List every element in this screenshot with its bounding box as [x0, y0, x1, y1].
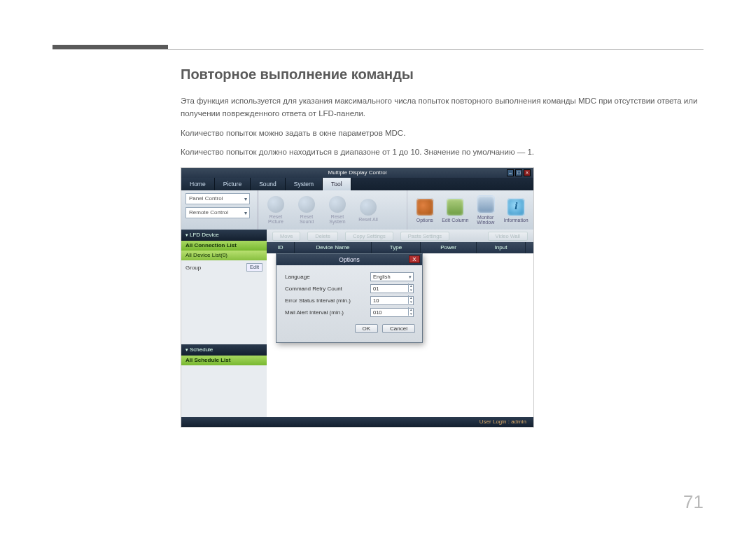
retry-count-spinner[interactable]: 01: [370, 284, 414, 293]
reset-icon: [329, 196, 346, 213]
paragraph: Количество попыток должно находиться в д…: [181, 146, 699, 159]
reset-picture-button[interactable]: Reset Picture: [262, 194, 289, 226]
tab-home[interactable]: Home: [181, 178, 215, 190]
col-id[interactable]: ID: [267, 242, 295, 253]
sidebar-all-schedule-list[interactable]: All Schedule List: [181, 356, 267, 365]
reset-icon: [360, 199, 377, 216]
col-input[interactable]: Input: [477, 242, 526, 253]
reset-sound-button[interactable]: Reset Sound: [293, 194, 320, 226]
reset-all-button[interactable]: Reset All: [355, 194, 382, 226]
paste-settings-button[interactable]: Paste Settings: [400, 232, 449, 241]
sidebar-schedule-area: [181, 365, 267, 418]
sidebar-lfd-header[interactable]: LFD Device: [181, 230, 267, 241]
ribbon: Panel Control Remote Control Reset Pictu…: [181, 190, 533, 230]
titlebar: Multiple Display Control – □ ×: [181, 168, 533, 178]
app-screenshot: Multiple Display Control – □ × Home Pict…: [181, 167, 534, 428]
window-buttons: – □ ×: [507, 169, 531, 176]
ribbon-panel-group: Panel Control Remote Control: [181, 190, 258, 230]
panel-control-combo[interactable]: Panel Control: [186, 193, 250, 204]
options-dialog: Options X Language English Command Retry…: [276, 253, 423, 343]
video-wall-button[interactable]: Video Wall: [488, 232, 528, 241]
mail-interval-spinner[interactable]: 010: [370, 308, 414, 317]
document-content: Повторное выполнение команды Эта функция…: [181, 66, 699, 428]
tab-tool[interactable]: Tool: [323, 178, 351, 190]
options-button[interactable]: Options: [410, 192, 440, 228]
sidebar-all-device-list[interactable]: All Device List(0): [181, 251, 267, 260]
error-interval-label: Error Status Interval (min.): [285, 297, 366, 304]
error-interval-spinner[interactable]: 10: [370, 296, 414, 305]
gear-icon: [416, 198, 434, 216]
dialog-titlebar: Options X: [276, 254, 422, 265]
sidebar-schedule-header[interactable]: Schedule: [181, 344, 267, 356]
move-button[interactable]: Move: [272, 232, 300, 241]
paragraph: Эта функция используется для указания ма…: [181, 95, 699, 120]
reset-icon: [298, 196, 315, 213]
monitor-icon: [477, 195, 495, 213]
reset-system-button[interactable]: Reset System: [324, 194, 351, 226]
cancel-button[interactable]: Cancel: [382, 324, 415, 333]
tab-sound[interactable]: Sound: [251, 178, 286, 190]
sidebar-group-area: Group Edit: [181, 260, 267, 344]
dialog-title: Options: [339, 256, 359, 263]
group-label: Group: [186, 265, 201, 271]
minimize-button[interactable]: –: [507, 169, 514, 176]
dialog-close-button[interactable]: X: [409, 255, 420, 263]
mail-interval-label: Mail Alert Interval (min.): [285, 309, 366, 316]
copy-settings-button[interactable]: Copy Settings: [345, 232, 393, 241]
grid-toolbar: Move Delete Copy Settings Paste Settings…: [267, 230, 533, 242]
paragraph: Количество попыток можно задать в окне п…: [181, 127, 699, 140]
dialog-body: Language English Command Retry Count 01 …: [276, 265, 422, 321]
reset-icon: [267, 196, 284, 213]
tab-system[interactable]: System: [286, 178, 323, 190]
page-number: 71: [683, 491, 704, 513]
information-button[interactable]: Information: [502, 192, 531, 228]
ribbon-tools-group: Options Edit Column Monitor Window Infor…: [407, 190, 533, 230]
columns-icon: [446, 198, 464, 216]
language-select[interactable]: English: [370, 272, 414, 281]
retry-count-label: Command Retry Count: [285, 286, 366, 292]
delete-button[interactable]: Delete: [307, 232, 338, 241]
edit-column-button[interactable]: Edit Column: [441, 192, 470, 228]
app-title: Multiple Display Control: [328, 169, 386, 176]
header-rule: [52, 49, 704, 50]
sidebar: LFD Device All Connection List All Devic…: [181, 230, 267, 417]
status-bar: User Login : admin: [181, 417, 533, 427]
tab-picture[interactable]: Picture: [215, 178, 251, 190]
group-edit-button[interactable]: Edit: [246, 263, 262, 272]
monitor-window-button[interactable]: Monitor Window: [471, 192, 500, 228]
sidebar-all-connection[interactable]: All Connection List: [181, 241, 267, 251]
main-tabs: Home Picture Sound System Tool: [181, 178, 533, 190]
close-button[interactable]: ×: [524, 169, 531, 176]
maximize-button[interactable]: □: [515, 169, 522, 176]
dialog-buttons: OK Cancel: [276, 321, 422, 333]
grid-header: ID Device Name Type Power Input: [267, 242, 533, 253]
col-type[interactable]: Type: [372, 242, 421, 253]
col-device-name[interactable]: Device Name: [295, 242, 372, 253]
info-icon: [507, 198, 525, 216]
section-title: Повторное выполнение команды: [181, 66, 699, 83]
remote-control-combo[interactable]: Remote Control: [186, 207, 250, 218]
col-power[interactable]: Power: [421, 242, 477, 253]
ribbon-reset-group: Reset Picture Reset Sound Reset System R…: [258, 190, 407, 230]
language-label: Language: [285, 274, 366, 280]
ok-button[interactable]: OK: [355, 324, 379, 333]
